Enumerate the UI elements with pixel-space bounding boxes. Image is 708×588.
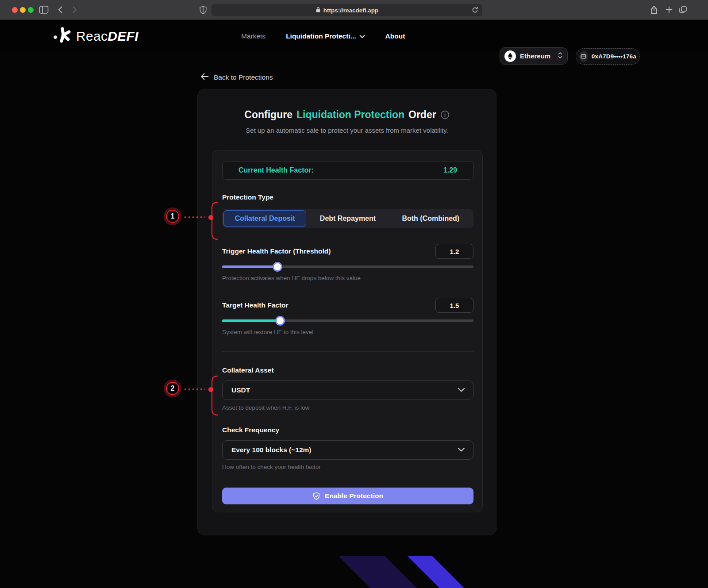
configure-protection-card: Configure Liquidation Protection Order S… [197, 89, 496, 535]
collateral-asset-value: USDT [231, 386, 250, 394]
stripe-bright [407, 556, 464, 588]
annotation-badge-2: 2 [164, 380, 181, 397]
chevron-down-icon [458, 446, 465, 454]
trigger-hf-slider[interactable] [222, 262, 473, 272]
trigger-hf-value-input[interactable]: 1.2 [435, 244, 473, 259]
page-subtitle: Set up an automatic sale to protect your… [198, 127, 496, 134]
nav-item-about[interactable]: About [385, 32, 405, 40]
network-name: Ethereum [520, 52, 554, 60]
maximize-window-button[interactable] [28, 7, 34, 13]
tab-both-combined[interactable]: Both (Combined) [389, 210, 472, 227]
app-navbar: ReacDEFI Markets Liquidation Protecti...… [0, 20, 708, 52]
collateral-asset-select[interactable]: USDT [222, 380, 473, 400]
chevron-down-icon [458, 386, 465, 394]
page-title: Configure Liquidation Protection Order [198, 109, 496, 121]
check-frequency-value: Every 100 blocks (~12m) [231, 446, 312, 454]
protection-type-tabs: Collateral Deposit Debt Repayment Both (… [222, 209, 473, 228]
new-tab-icon[interactable] [665, 5, 673, 16]
health-factor-value: 1.29 [443, 166, 457, 174]
chevron-down-icon [359, 32, 365, 40]
address-bar[interactable]: https://reacdefi.app [212, 4, 482, 16]
decorative-stripes [0, 531, 708, 588]
shield-check-icon [312, 492, 320, 500]
check-frequency-helper: How often to check your health factor [222, 464, 321, 470]
trigger-hf-slider-thumb[interactable] [273, 262, 282, 272]
nav-item-markets[interactable]: Markets [241, 32, 266, 40]
wallet-address: 0xA7D9••••176a [592, 53, 636, 60]
brand-name: ReacDEFI [76, 29, 139, 44]
sidebar-toggle-icon[interactable] [39, 5, 49, 16]
nav-links: Markets Liquidation Protecti... About [241, 20, 405, 52]
brand-logo[interactable]: ReacDEFI [52, 20, 139, 52]
target-hf-value-input[interactable]: 1.5 [435, 298, 473, 313]
tab-overview-icon[interactable] [678, 5, 688, 16]
app-root: https://reacdefi.app [0, 0, 708, 588]
current-health-factor-banner: Current Health Factor: 1.29 [222, 161, 473, 180]
back-navigation-icon[interactable] [56, 5, 65, 16]
collateral-asset-label: Collateral Asset [222, 366, 274, 374]
protection-form: Current Health Factor: 1.29 Protection T… [212, 150, 483, 512]
brand-logo-icon [52, 25, 73, 47]
ethereum-icon [504, 50, 516, 62]
select-updown-icon [558, 51, 563, 61]
info-icon[interactable] [440, 110, 450, 119]
tab-collateral-deposit[interactable]: Collateral Deposit [223, 210, 306, 227]
target-hf-helper: System will restore HF to this level [222, 329, 313, 335]
url-text: https://reacdefi.app [323, 7, 379, 14]
close-window-button[interactable] [12, 7, 18, 13]
annotation-dot-2 [208, 387, 213, 392]
target-hf-slider[interactable] [222, 316, 473, 326]
wallet-button[interactable]: 0xA7D9••••176a [576, 48, 640, 65]
share-icon[interactable] [650, 5, 658, 16]
slider-fill [222, 319, 280, 322]
network-selector[interactable]: Ethereum [500, 47, 568, 65]
target-hf-label: Target Health Factor [222, 301, 289, 309]
trigger-hf-label: Trigger Health Factor (Threshold) [222, 247, 331, 255]
annotation-dotted-line-2 [183, 388, 205, 390]
stripe-dark [338, 556, 417, 588]
minimize-window-button[interactable] [20, 7, 26, 13]
section-divider [222, 351, 473, 352]
forward-navigation-icon[interactable] [70, 5, 79, 16]
lock-icon [316, 7, 321, 14]
page-title-highlight: Liquidation Protection [296, 109, 404, 121]
check-frequency-label: Check Frequency [222, 426, 279, 434]
annotation-dot-1 [208, 215, 213, 220]
slider-fill [222, 265, 277, 268]
trigger-hf-helper: Protection activates when HF drops below… [222, 275, 361, 281]
reload-icon[interactable] [471, 6, 479, 15]
collateral-asset-helper: Asset to deposit when H.F. is low [222, 404, 309, 411]
nav-item-liquidation-protection[interactable]: Liquidation Protecti... [286, 32, 365, 40]
browser-chrome: https://reacdefi.app [0, 0, 708, 20]
enable-protection-button[interactable]: Enable Protection [222, 488, 473, 504]
annotation-badge-1: 1 [164, 208, 181, 225]
back-to-protections-link[interactable]: Back to Protections [200, 73, 273, 82]
annotation-dotted-line-1 [183, 216, 205, 218]
arrow-left-icon [200, 73, 209, 82]
wallet-icon [579, 51, 588, 62]
health-factor-label: Current Health Factor: [239, 166, 314, 174]
tab-debt-repayment[interactable]: Debt Repayment [306, 210, 389, 227]
privacy-shield-icon[interactable] [199, 5, 208, 16]
check-frequency-select[interactable]: Every 100 blocks (~12m) [222, 440, 473, 460]
target-hf-slider-thumb[interactable] [275, 316, 285, 326]
protection-type-label: Protection Type [222, 193, 273, 201]
